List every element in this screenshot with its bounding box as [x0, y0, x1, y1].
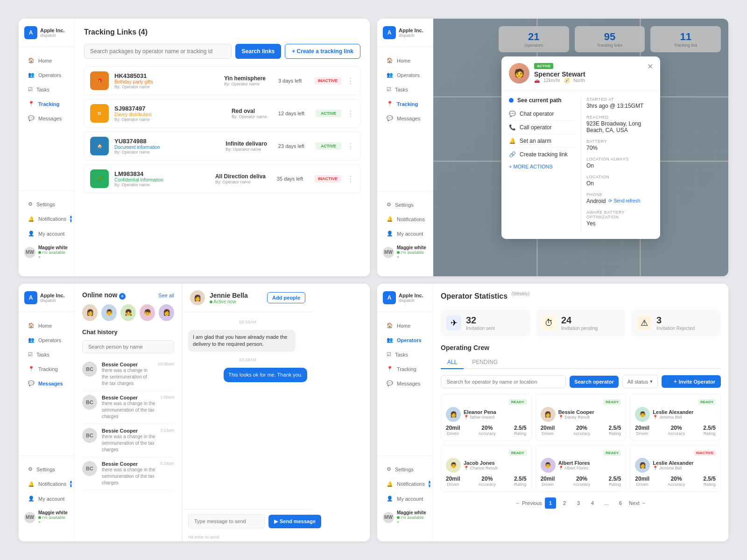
see-all-button[interactable]: See all — [158, 293, 174, 298]
modal-action-call[interactable]: 📞 Call operator — [509, 121, 575, 134]
chat-nav-home[interactable]: 🏠 Home — [21, 319, 71, 332]
msg-received-1: I am glad that you have already made the… — [188, 330, 296, 352]
map-nav-operators[interactable]: 👥 Operators — [380, 68, 430, 82]
ops-settings[interactable]: ⚙ Settings — [380, 462, 430, 476]
operator-card[interactable]: READY 👨 Leslie Alexander 📍 Jemima Bell 2… — [630, 394, 721, 441]
online-user-5[interactable]: 👩 — [159, 304, 174, 321]
notifications-icon: 🔔 — [28, 216, 35, 222]
op-acc-num-1: 20% — [573, 425, 590, 431]
ops-nav-tracking[interactable]: 📍 Tracking — [380, 362, 430, 376]
company-sub-2: dispatch — [399, 33, 423, 38]
chat-item[interactable]: BC Bessie Cooper there was a change in t… — [82, 424, 174, 457]
user-area[interactable]: MW Maggie white I'm available + — [19, 241, 74, 263]
map-nav-tracking[interactable]: 📍 Tracking — [380, 97, 430, 111]
tracking-row[interactable]: 🏠 YU8374988 Document information By: Ope… — [84, 132, 360, 161]
sidebar-settings[interactable]: ⚙ Settings — [21, 197, 71, 211]
ops-search-input[interactable] — [441, 375, 566, 388]
call-icon: 📞 — [509, 124, 516, 131]
tracking-row[interactable]: D SJ9837497 Davey distribution By: Opera… — [84, 99, 360, 128]
create-tracking-link-button[interactable]: + Create a tracking link — [285, 44, 360, 59]
chat-my-account[interactable]: 👤 My account — [21, 492, 71, 505]
send-refresh[interactable]: ⟳ Send refresh — [608, 198, 640, 203]
ops-nav-home[interactable]: 🏠 Home — [380, 319, 430, 332]
chat-settings[interactable]: ⚙ Settings — [21, 462, 71, 476]
three-dots-3[interactable]: ⋮ — [347, 175, 354, 183]
map-nav-tasks[interactable]: ☑ Tasks — [380, 83, 430, 96]
send-message-button[interactable]: ▶ Send message — [268, 515, 321, 528]
sidebar-1: A Apple Inc. dispatch 🏠 Home 👥 Operators… — [19, 19, 75, 276]
modal-action-link[interactable]: 🔗 Create tracking link — [509, 148, 575, 161]
chat-search-input[interactable] — [82, 340, 174, 353]
tracking-row[interactable]: 🌿 LM983834 Confidential information By: … — [84, 164, 360, 193]
ops-notifications[interactable]: 🔔 Notifications 9 — [380, 477, 430, 491]
operator-card[interactable]: READY 👩 Bessie Cooper 📍 Davey Result 20m… — [536, 394, 627, 441]
operator-card[interactable]: READY 👩 Eleanor Pena 📍 father-inward 20m… — [441, 394, 532, 441]
chat-item[interactable]: BC Bessie Cooper there was a change in t… — [82, 358, 174, 391]
modal-close-button[interactable]: ✕ — [645, 62, 655, 71]
sidebar-notifications[interactable]: 🔔 Notifications 5 — [21, 212, 71, 226]
ops-nav-operators[interactable]: 👥 Operators — [380, 333, 430, 347]
sidebar-item-tasks[interactable]: ☑ Tasks — [21, 83, 71, 96]
next-page-button[interactable]: Next → — [629, 500, 646, 506]
link-icon: 🔗 — [509, 151, 516, 158]
search-links-button[interactable]: Search links — [235, 44, 282, 59]
chat-user[interactable]: MW Maggie white I'm available + — [19, 506, 74, 528]
add-people-button[interactable]: Add people — [267, 292, 305, 303]
invite-operator-button[interactable]: 👤+ Invite Operator — [662, 375, 721, 388]
three-dots-1[interactable]: ⋮ — [347, 109, 354, 118]
search-input[interactable] — [84, 44, 232, 59]
three-dots-0[interactable]: ⋮ — [347, 77, 354, 85]
op-status-4: READY — [603, 450, 621, 456]
page-3[interactable]: 3 — [573, 497, 584, 509]
ops-online-dot — [397, 516, 400, 519]
map-notifications[interactable]: 🔔 Notifications — [380, 212, 430, 226]
chat-nav-operators[interactable]: 👥 Operators — [21, 333, 71, 347]
map-user[interactable]: MW Maggie white I'm available + — [377, 241, 433, 263]
online-user-4[interactable]: 👦 — [140, 304, 155, 321]
map-nav-home[interactable]: 🏠 Home — [380, 54, 430, 67]
tracking-row[interactable]: 🎁 HK4385031 Birthday party gifts By: Ope… — [84, 66, 360, 95]
ops-msgs-icon: 💬 — [387, 380, 393, 386]
tab-all[interactable]: ALL — [441, 356, 464, 369]
ops-user[interactable]: MW Maggie white I'm available + — [377, 506, 433, 528]
chat-item[interactable]: BC Bessie Cooper there was a change in t… — [82, 457, 174, 490]
operator-card[interactable]: INACTIVE 👩 Leslie Alexander 📍 Jemima Bel… — [630, 445, 721, 492]
modal-action-alarm[interactable]: 🔔 Set an alarm — [509, 134, 575, 148]
online-user-2[interactable]: 👨 — [101, 304, 117, 321]
map-my-account[interactable]: 👤 My account — [380, 227, 430, 240]
ops-nav-messages[interactable]: 💬 Messages — [380, 377, 430, 390]
tab-pending[interactable]: PENDING — [465, 356, 504, 368]
prev-page-button[interactable]: ← Previous — [515, 500, 542, 506]
chat-nav-tracking[interactable]: 📍 Tracking — [21, 362, 71, 376]
page-2[interactable]: 2 — [559, 497, 570, 509]
three-dots-2[interactable]: ⋮ — [347, 142, 354, 151]
page-6[interactable]: 6 — [615, 497, 626, 509]
chat-nav-tasks[interactable]: ☑ Tasks — [21, 348, 71, 361]
ops-my-account[interactable]: 👤 My account — [380, 492, 430, 505]
more-actions[interactable]: + MORE ACTIONS — [509, 164, 575, 169]
op-acc-num-5: 20% — [668, 476, 685, 482]
operator-card[interactable]: READY 👨 Jacob Jones 📍 Chance Result 20mi… — [441, 445, 532, 492]
chat-input[interactable] — [188, 514, 265, 528]
sidebar-item-operators[interactable]: 👥 Operators — [21, 68, 71, 82]
online-user-3[interactable]: 👧 — [120, 304, 136, 321]
operator-card[interactable]: READY 👨 Albert Flores 📍 Albert Flores 20… — [536, 445, 627, 492]
chat-notifications[interactable]: 🔔 Notifications 5 — [21, 477, 71, 491]
modal-action-chat[interactable]: 💬 Chat operator — [509, 107, 575, 121]
chat-item[interactable]: BC Bessie Cooper there was a change in t… — [82, 391, 174, 424]
page-1[interactable]: 1 — [545, 497, 556, 509]
map-nav-messages[interactable]: 💬 Messages — [380, 112, 430, 125]
page-4[interactable]: 4 — [587, 497, 598, 509]
ops-nav-tasks[interactable]: ☑ Tasks — [380, 348, 430, 361]
sidebar-item-messages[interactable]: 💬 Messages — [21, 112, 71, 125]
status-filter[interactable]: All status ▾ — [622, 375, 658, 388]
sidebar-item-tracking[interactable]: 📍 Tracking — [21, 97, 71, 111]
sidebar-my-account[interactable]: 👤 My account — [21, 227, 71, 240]
sidebar-item-home[interactable]: 🏠 Home — [21, 54, 71, 67]
operator-modal: 🧑 ACTIVE Spencer Stewart 🚗 12km/hr 🧭 — [501, 56, 660, 239]
op-accuracy-2: 20% Accuracy — [668, 425, 685, 436]
online-user-1[interactable]: 👩 — [82, 304, 98, 321]
map-settings[interactable]: ⚙ Settings — [380, 198, 430, 211]
search-operator-button[interactable]: Search operator — [570, 376, 618, 388]
chat-nav-messages[interactable]: 💬 Messages — [21, 377, 71, 390]
